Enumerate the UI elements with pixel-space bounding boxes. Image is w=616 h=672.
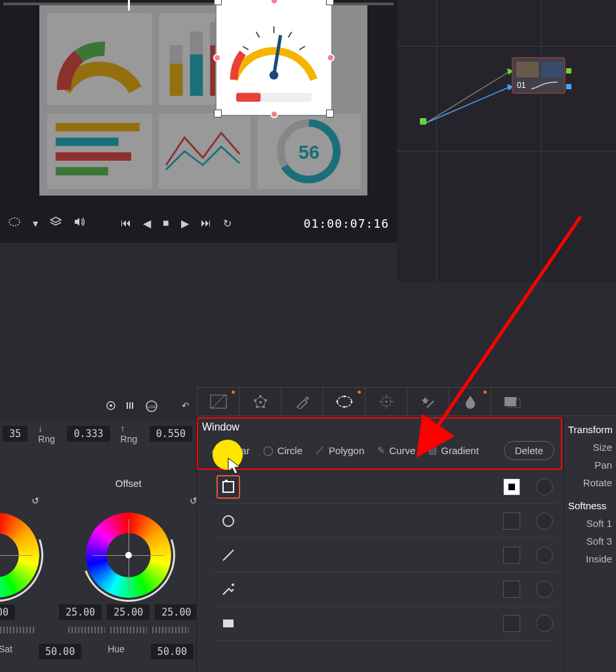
offset-v3[interactable]: 25.00 <box>155 604 197 620</box>
wheel-value[interactable]: 0.00 <box>0 604 15 620</box>
svg-rect-66 <box>225 480 228 482</box>
hue-value[interactable]: 50.00 <box>151 644 194 660</box>
mask-row-gradient[interactable] <box>211 606 558 640</box>
mask-invert-toggle[interactable] <box>536 478 553 495</box>
offset-v2[interactable]: 25.00 <box>107 604 150 620</box>
sat-value[interactable]: 50.00 <box>39 644 81 660</box>
mask-enable-toggle[interactable] <box>503 547 520 564</box>
svg-rect-70 <box>223 620 234 627</box>
mask-row-curve[interactable] <box>211 572 558 606</box>
color-wheel[interactable] <box>0 513 39 598</box>
mask-enable-toggle[interactable] <box>503 478 520 495</box>
offset-v1[interactable]: 25.00 <box>59 604 102 620</box>
polygon-icon[interactable] <box>216 543 240 567</box>
wheel-slider[interactable] <box>0 627 36 633</box>
circle-icon[interactable] <box>216 509 240 533</box>
color-wheel[interactable] <box>86 513 171 598</box>
mask-invert-toggle[interactable] <box>536 513 553 530</box>
linear-icon[interactable] <box>216 475 240 499</box>
svg-line-32 <box>433 217 581 433</box>
soft3-label: Soft 3 <box>568 536 612 547</box>
mask-enable-toggle[interactable] <box>503 581 520 598</box>
annotation-arrow <box>0 0 616 459</box>
wheel-slider[interactable] <box>110 627 147 633</box>
svg-line-68 <box>223 550 234 560</box>
cursor-icon <box>227 457 243 475</box>
soft1-label: Soft 1 <box>568 518 612 529</box>
mask-invert-toggle[interactable] <box>536 547 553 564</box>
mask-enable-toggle[interactable] <box>503 513 520 530</box>
wheel-slider[interactable] <box>68 627 105 633</box>
wheel-label: ts <box>0 478 1 489</box>
inside-label: Inside <box>568 553 612 564</box>
svg-rect-65 <box>223 482 234 492</box>
softness-heading: Softness <box>568 500 612 511</box>
mask-row-polygon[interactable] <box>211 538 558 572</box>
mask-invert-toggle[interactable] <box>536 615 553 632</box>
gradient-icon[interactable] <box>216 612 240 635</box>
mask-list <box>211 470 558 672</box>
curve-icon[interactable] <box>216 578 240 601</box>
svg-point-69 <box>232 583 234 586</box>
rotate-label: Rotate <box>568 477 612 488</box>
wheel-slider[interactable] <box>152 627 189 633</box>
sat-label: Sat <box>0 644 12 660</box>
reset-icon[interactable]: ↺ <box>31 495 39 506</box>
pan-label: Pan <box>568 459 612 471</box>
hue-label: Hue <box>108 644 125 660</box>
wheel-label: Offset <box>115 478 142 489</box>
mask-row-circle[interactable] <box>211 504 558 538</box>
mask-invert-toggle[interactable] <box>536 581 553 598</box>
mask-enable-toggle[interactable] <box>503 615 520 632</box>
svg-point-67 <box>223 516 234 526</box>
mask-row-linear[interactable] <box>211 470 558 504</box>
